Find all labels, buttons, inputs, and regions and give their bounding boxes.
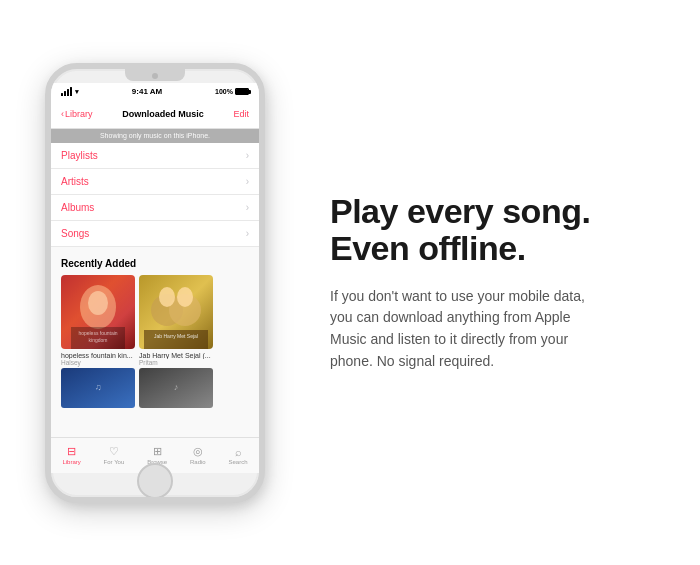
list-item-albums[interactable]: Albums › [51,195,259,221]
album-art-pritam: Jab Harry Met Sejal [139,275,213,349]
album-item-halsey[interactable]: hopeless fountain kingdom hopeless fount… [61,275,135,366]
album-small-2[interactable]: ♪ [139,368,213,408]
nav-title: Downloaded Music [122,109,204,119]
offline-banner-text: Showing only music on this iPhone. [100,132,210,139]
artists-label: Artists [61,176,89,187]
radio-icon: ◎ [193,445,203,458]
home-button[interactable] [137,463,173,499]
phone-camera [152,73,158,79]
svg-text:hopeless fountain: hopeless fountain [78,330,117,336]
svg-point-9 [159,287,175,307]
bottom-nav-foryou[interactable]: ♡ For You [104,445,125,465]
browse-icon: ⊞ [153,445,162,458]
chevron-right-icon: › [246,150,249,161]
album-grid: hopeless fountain kingdom hopeless fount… [51,275,259,366]
signal-icon [61,87,72,96]
search-icon: ⌕ [235,446,242,458]
list-item-songs[interactable]: Songs › [51,221,259,247]
promo-description: If you don't want to use your mobile dat… [330,286,610,373]
wifi-icon: ▾ [75,88,79,96]
chevron-right-icon: › [246,228,249,239]
album-row-small: ♫ ♪ [51,366,259,410]
svg-point-10 [177,287,193,307]
back-button[interactable]: ‹ Library [61,109,93,119]
bottom-nav-library[interactable]: ⊟ Library [62,445,80,465]
library-icon: ⊟ [67,445,76,458]
album-artist-halsey: Halsey [61,359,135,366]
status-time: 9:41 AM [132,87,162,96]
navigation-bar: ‹ Library Downloaded Music Edit [51,101,259,129]
phone-shell: ▾ 9:41 AM 100% ‹ Library Downloaded Musi… [45,63,265,503]
chevron-back-icon: ‹ [61,109,64,119]
foryou-label: For You [104,459,125,465]
phone-screen: ▾ 9:41 AM 100% ‹ Library Downloaded Musi… [51,83,259,473]
phone-section: ▾ 9:41 AM 100% ‹ Library Downloaded Musi… [0,0,310,565]
songs-label: Songs [61,228,89,239]
battery-label: 100% [215,88,233,95]
status-left: ▾ [61,87,79,96]
offline-banner: Showing only music on this iPhone. [51,129,259,143]
album-title-halsey: hopeless fountain kin... [61,352,135,359]
library-label: Library [62,459,80,465]
status-right: 100% [215,88,249,95]
promo-section: Play every song. Even offline. If you do… [310,153,700,413]
album-small-1[interactable]: ♫ [61,368,135,408]
back-label: Library [65,109,93,119]
recently-added-title: Recently Added [61,258,136,269]
search-label: Search [229,459,248,465]
playlists-label: Playlists [61,150,98,161]
bottom-nav-radio[interactable]: ◎ Radio [190,445,206,465]
albums-label: Albums [61,202,94,213]
svg-text:Jab Harry Met Sejal: Jab Harry Met Sejal [154,333,198,339]
headline-line1: Play every song. [330,192,590,230]
list-item-artists[interactable]: Artists › [51,169,259,195]
foryou-icon: ♡ [109,445,119,458]
list-item-playlists[interactable]: Playlists › [51,143,259,169]
svg-text:♪: ♪ [174,382,179,392]
edit-button[interactable]: Edit [233,109,249,119]
svg-point-2 [88,291,108,315]
album-title-pritam: Jab Harry Met Sejal (... [139,352,213,359]
album-art-halsey: hopeless fountain kingdom [61,275,135,349]
status-bar: ▾ 9:41 AM 100% [51,83,259,101]
headline-line2: Even offline. [330,229,526,267]
chevron-right-icon: › [246,202,249,213]
album-artist-pritam: Pritam [139,359,213,366]
bottom-nav-search[interactable]: ⌕ Search [229,446,248,465]
recently-added-header: Recently Added [51,247,259,275]
album-item-pritam[interactable]: Jab Harry Met Sejal Jab Harry Met Sejal … [139,275,213,366]
promo-headline: Play every song. Even offline. [330,193,670,268]
svg-text:♫: ♫ [95,382,102,392]
chevron-right-icon: › [246,176,249,187]
radio-label: Radio [190,459,206,465]
battery-icon [235,88,249,95]
svg-text:kingdom: kingdom [89,337,108,343]
